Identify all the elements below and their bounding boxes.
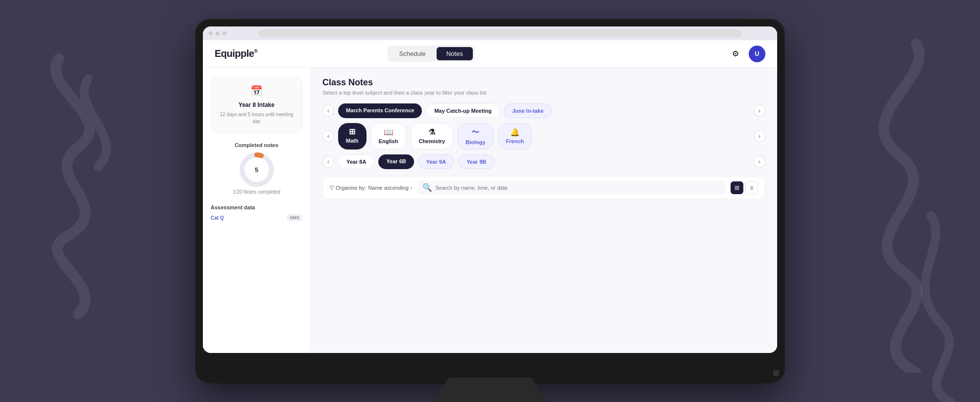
search-bar: 🔍 xyxy=(417,180,726,195)
meetings-next-btn[interactable]: › xyxy=(754,105,765,117)
settings-button[interactable]: ⚙ xyxy=(727,46,744,62)
chip-march-parents[interactable]: March Parents Conference xyxy=(338,103,422,118)
app-header: Equipple® Schedule Notes ⚙ U xyxy=(203,40,777,68)
grid-view-btn[interactable]: ⊞ xyxy=(731,181,743,194)
english-icon: 📖 xyxy=(384,127,393,137)
avatar-button[interactable]: U xyxy=(749,46,765,62)
meetings-chips: March Parents Conference May Catch-up Me… xyxy=(338,103,750,118)
chip-math[interactable]: ⊞ Math xyxy=(338,123,367,150)
assessment-item: Cat Q SMS xyxy=(211,214,302,221)
right-squiggle2 xyxy=(892,206,980,402)
nav-tabs: Schedule Notes xyxy=(388,46,474,62)
chip-year8a[interactable]: Year 8A xyxy=(338,154,374,169)
notes-completed-count: 1/20 Notes completed xyxy=(211,189,302,195)
biology-icon: 〜 xyxy=(471,127,479,138)
chip-june-intake[interactable]: June In-take xyxy=(504,103,552,118)
chip-year9a[interactable]: Year 9A xyxy=(418,154,454,169)
meetings-filter-row: ‹ March Parents Conference May Catch-up … xyxy=(322,103,765,118)
years-chips: Year 8A Year 6B Year 9A Year 9B xyxy=(338,154,750,169)
chip-french[interactable]: 🔔 French xyxy=(498,123,533,150)
left-squiggle xyxy=(29,49,137,343)
chip-year6b[interactable]: Year 6B xyxy=(378,154,414,169)
donut-percent: 5 xyxy=(255,166,258,174)
page-title: Class Notes xyxy=(322,77,765,88)
completed-notes-label: Completed notes xyxy=(211,142,302,148)
donut-chart: 5 xyxy=(237,150,276,189)
tablet-stand xyxy=(421,377,559,402)
page-subtitle: Select a top level subject and then a cl… xyxy=(322,90,765,96)
header-icons: ⚙ U xyxy=(727,46,765,62)
browser-dot2 xyxy=(216,31,220,35)
tablet-device: Equipple® Schedule Notes ⚙ U 📅 xyxy=(196,20,784,382)
year-card: 📅 Year 8 Intake 12 days and 5 hours unti… xyxy=(211,77,302,132)
years-next-btn[interactable]: › xyxy=(754,156,765,168)
chip-biology[interactable]: 〜 Biology xyxy=(457,123,493,150)
windows-logo: ⊞ xyxy=(773,368,779,377)
chip-chemistry[interactable]: ⚗ Chemistry xyxy=(410,123,453,150)
assessment-title: Assessment data xyxy=(211,204,302,210)
browser-dot3 xyxy=(222,31,226,35)
years-filter-row: ‹ Year 8A Year 6B Year 9A xyxy=(322,154,765,169)
chip-may-catchup[interactable]: May Catch-up Meeting xyxy=(426,103,500,118)
subjects-filter-row: ‹ ⊞ Math 📖 English ⚗ xyxy=(322,123,765,150)
tablet-screen: Equipple® Schedule Notes ⚙ U 📅 xyxy=(203,26,777,353)
chip-year9b[interactable]: Year 9B xyxy=(458,154,494,169)
list-view-btn[interactable]: ≡ xyxy=(745,181,758,194)
year-subtitle: 12 days and 5 hours until meeting day xyxy=(218,111,295,125)
years-prev-btn[interactable]: ‹ xyxy=(322,156,334,168)
assessment-item-label: Cat Q xyxy=(211,215,224,221)
tab-schedule[interactable]: Schedule xyxy=(389,47,435,60)
organise-label: Organise by: xyxy=(336,185,366,191)
year-title: Year 8 Intake xyxy=(239,101,274,108)
subjects-next-btn[interactable]: › xyxy=(754,130,765,142)
browser-bar xyxy=(203,26,777,40)
organise-value: Name ascending ↑ xyxy=(368,185,413,191)
notes-label: Notes completed xyxy=(244,189,280,195)
app-container: Equipple® Schedule Notes ⚙ U 📅 xyxy=(203,40,777,353)
tab-notes[interactable]: Notes xyxy=(437,47,473,60)
sidebar: 📅 Year 8 Intake 12 days and 5 hours unti… xyxy=(203,68,311,353)
content-area: Class Notes Select a top level subject a… xyxy=(311,68,777,353)
filter-icon: ▽ xyxy=(330,184,334,191)
search-input[interactable] xyxy=(435,185,721,191)
organise-filter[interactable]: ▽ Organise by: Name ascending ↑ xyxy=(330,184,413,191)
browser-dot xyxy=(209,31,213,35)
address-bar[interactable] xyxy=(259,29,742,37)
completed-notes-section: Completed notes 5 1/20 Notes comple xyxy=(211,142,302,195)
view-toggle: ⊞ ≡ xyxy=(731,181,758,194)
chemistry-icon: ⚗ xyxy=(428,127,435,137)
chip-english[interactable]: 📖 English xyxy=(370,123,407,150)
french-icon: 🔔 xyxy=(510,127,520,137)
content-toolbar: ▽ Organise by: Name ascending ↑ 🔍 ⊞ ≡ xyxy=(322,176,765,199)
subjects-chips: ⊞ Math 📖 English ⚗ Chemistry xyxy=(338,123,750,150)
assessment-badge: SMS xyxy=(287,214,302,221)
main-layout: 📅 Year 8 Intake 12 days and 5 hours unti… xyxy=(203,68,777,353)
meetings-prev-btn[interactable]: ‹ xyxy=(322,105,334,117)
calendar-icon: 📅 xyxy=(250,85,263,97)
math-icon: ⊞ xyxy=(349,127,355,136)
search-icon: 🔍 xyxy=(422,183,432,192)
app-logo: Equipple® xyxy=(215,48,257,59)
assessment-section: Assessment data Cat Q SMS xyxy=(211,204,302,221)
subjects-prev-btn[interactable]: ‹ xyxy=(322,130,334,142)
